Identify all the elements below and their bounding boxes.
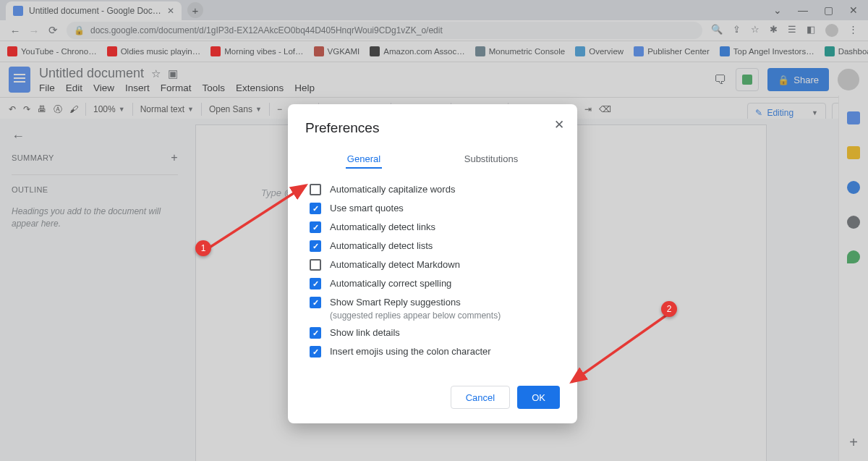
pref-label: Automatically detect Markdown — [330, 259, 460, 270]
tab-general[interactable]: General — [346, 151, 382, 169]
pref-option[interactable]: Insert emojis using the colon character — [305, 342, 560, 361]
pref-label: Automatically detect links — [330, 221, 435, 232]
pref-option[interactable]: Automatically detect Markdown — [305, 255, 560, 274]
pref-label: Use smart quotes — [330, 203, 404, 213]
pref-subtext: (suggested replies appear below comments… — [330, 310, 560, 321]
annotation-badge-2: 2 — [661, 301, 677, 317]
checkbox[interactable] — [310, 259, 321, 271]
tab-substitutions[interactable]: Substitutions — [463, 151, 519, 169]
pref-label: Automatically capitalize words — [330, 184, 455, 195]
pref-label: Automatically correct spelling — [330, 278, 451, 289]
checkbox[interactable] — [310, 297, 321, 308]
pref-option[interactable]: Show link details — [305, 323, 560, 342]
pref-label: Show link details — [330, 327, 400, 338]
pref-label: Show Smart Reply suggestions — [330, 297, 461, 308]
pref-option[interactable]: Automatically detect lists — [305, 237, 560, 255]
dialog-title: Preferences — [305, 120, 560, 136]
pref-option[interactable]: Automatically capitalize words — [305, 180, 560, 199]
annotation-badge-1: 1 — [195, 240, 211, 256]
pref-option[interactable]: Show Smart Reply suggestions — [305, 293, 560, 312]
checkbox[interactable] — [310, 346, 321, 358]
pref-option[interactable]: Automatically detect links — [305, 218, 560, 237]
pref-label: Automatically detect lists — [330, 240, 433, 251]
checkbox[interactable] — [310, 184, 321, 195]
checkbox[interactable] — [310, 221, 321, 233]
checkbox[interactable] — [310, 203, 321, 214]
close-dialog-icon[interactable]: ✕ — [554, 117, 564, 132]
pref-label: Insert emojis using the colon character — [330, 346, 491, 357]
checkbox[interactable] — [310, 240, 321, 252]
checkbox[interactable] — [310, 278, 321, 289]
preferences-dialog: Preferences ✕ General Substitutions Auto… — [288, 104, 577, 423]
pref-option[interactable]: Automatically correct spelling — [305, 274, 560, 293]
ok-button[interactable]: OK — [517, 386, 560, 409]
pref-option[interactable]: Use smart quotes — [305, 199, 560, 218]
checkbox[interactable] — [310, 327, 321, 339]
cancel-button[interactable]: Cancel — [451, 386, 510, 409]
